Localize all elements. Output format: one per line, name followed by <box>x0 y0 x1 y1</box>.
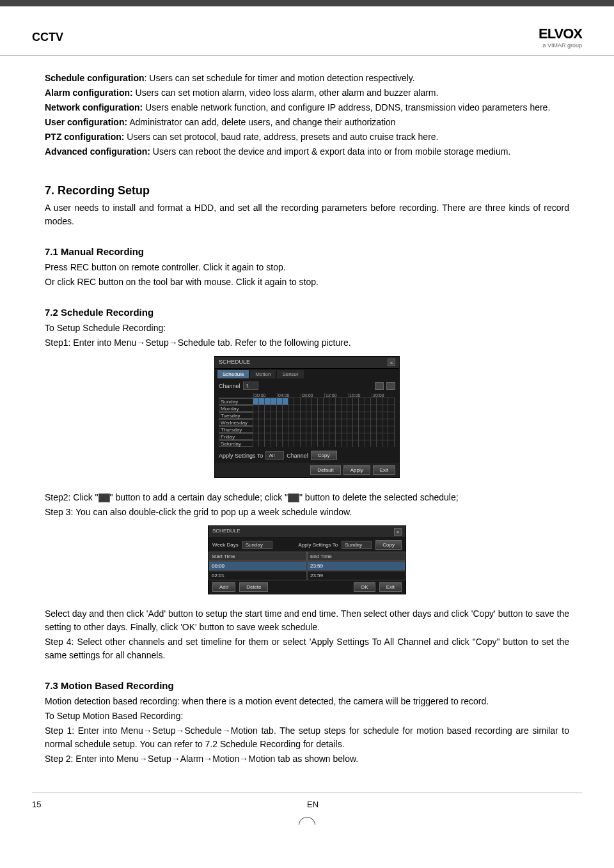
grid-cell[interactable] <box>371 398 377 405</box>
grid-cell[interactable] <box>271 419 277 426</box>
grid-cell[interactable] <box>259 412 265 419</box>
eraser-icon[interactable] <box>386 382 395 390</box>
grid-cell[interactable] <box>271 433 277 440</box>
close-icon[interactable]: × <box>388 359 395 366</box>
grid-cell[interactable] <box>312 405 318 412</box>
grid-cell[interactable] <box>336 398 342 405</box>
grid-cell[interactable] <box>377 433 382 440</box>
grid-cell[interactable] <box>318 433 324 440</box>
grid-cell[interactable] <box>336 440 342 447</box>
grid-cell[interactable] <box>324 433 329 440</box>
grid-cell[interactable] <box>371 426 377 433</box>
grid-cell[interactable] <box>283 398 288 405</box>
grid-cell[interactable] <box>253 419 259 426</box>
grid-cell[interactable] <box>259 419 265 426</box>
tab-schedule[interactable]: Schedule <box>217 370 249 378</box>
grid-row-sunday[interactable]: Sunday <box>219 398 395 405</box>
grid-cell[interactable] <box>306 440 312 447</box>
grid-cell[interactable] <box>265 426 271 433</box>
grid-cell[interactable] <box>365 398 371 405</box>
grid-cell[interactable] <box>265 398 271 405</box>
grid-cell[interactable] <box>377 398 382 405</box>
week-apply-select[interactable]: Sunday <box>342 541 372 549</box>
grid-cell[interactable] <box>294 419 300 426</box>
grid-cell[interactable] <box>318 398 324 405</box>
grid-cell[interactable] <box>329 398 335 405</box>
grid-cell[interactable] <box>359 433 365 440</box>
grid-cell[interactable] <box>365 412 371 419</box>
grid-cell[interactable] <box>277 426 283 433</box>
grid-cell[interactable] <box>288 405 294 412</box>
grid-cell[interactable] <box>301 433 306 440</box>
grid-cell[interactable] <box>271 426 277 433</box>
grid-cell[interactable] <box>265 405 271 412</box>
default-button[interactable]: Default <box>310 465 340 475</box>
weekdays-select[interactable]: Sunday <box>242 541 272 549</box>
grid-cell[interactable] <box>336 419 342 426</box>
grid-cell[interactable] <box>377 405 382 412</box>
grid-cell[interactable] <box>336 433 342 440</box>
grid-cell[interactable] <box>353 440 359 447</box>
grid-cell[interactable] <box>294 412 300 419</box>
grid-cell[interactable] <box>324 412 329 419</box>
grid-cell[interactable] <box>265 419 271 426</box>
grid-cell[interactable] <box>365 419 371 426</box>
grid-cell[interactable] <box>283 405 288 412</box>
grid-cell[interactable] <box>365 433 371 440</box>
grid-cell[interactable] <box>277 433 283 440</box>
tab-sensor[interactable]: Sensor <box>277 370 303 378</box>
grid-row-saturday[interactable]: Saturday <box>219 440 395 447</box>
grid-cell[interactable] <box>253 398 259 405</box>
grid-cell[interactable] <box>306 405 312 412</box>
grid-cell[interactable] <box>265 433 271 440</box>
grid-cell[interactable] <box>388 398 394 405</box>
grid-cell[interactable] <box>301 426 306 433</box>
grid-cell[interactable] <box>288 419 294 426</box>
grid-cell[interactable] <box>301 405 306 412</box>
grid-cell[interactable] <box>301 398 306 405</box>
grid-cell[interactable] <box>253 405 259 412</box>
grid-cell[interactable] <box>318 412 324 419</box>
grid-cell[interactable] <box>347 398 353 405</box>
grid-cell[interactable] <box>271 412 277 419</box>
week-row-1[interactable]: 02:01 23:59 <box>209 571 405 580</box>
grid-cell[interactable] <box>283 412 288 419</box>
grid-row-tuesday[interactable]: Tuesday <box>219 412 395 419</box>
grid-cell[interactable] <box>377 440 382 447</box>
grid-cell[interactable] <box>329 440 335 447</box>
grid-cell[interactable] <box>329 419 335 426</box>
grid-cell[interactable] <box>324 405 329 412</box>
week-copy-button[interactable]: Copy <box>375 540 402 550</box>
grid-cell[interactable] <box>359 412 365 419</box>
grid-cell[interactable] <box>318 440 324 447</box>
grid-cell[interactable] <box>283 440 288 447</box>
grid-cell[interactable] <box>347 419 353 426</box>
grid-cell[interactable] <box>347 440 353 447</box>
grid-cell[interactable] <box>283 419 288 426</box>
grid-cell[interactable] <box>353 433 359 440</box>
grid-cell[interactable] <box>259 433 265 440</box>
grid-cell[interactable] <box>371 405 377 412</box>
channel-select[interactable]: 1 <box>243 382 258 390</box>
grid-cell[interactable] <box>388 426 394 433</box>
exit-button[interactable]: Exit <box>373 465 395 475</box>
grid-cell[interactable] <box>283 426 288 433</box>
grid-cell[interactable] <box>359 440 365 447</box>
grid-cell[interactable] <box>382 419 388 426</box>
grid-cell[interactable] <box>288 433 294 440</box>
grid-cell[interactable] <box>371 440 377 447</box>
grid-cell[interactable] <box>306 412 312 419</box>
grid-cell[interactable] <box>253 440 259 447</box>
close-icon[interactable]: × <box>394 528 402 536</box>
grid-cell[interactable] <box>265 412 271 419</box>
grid-cell[interactable] <box>324 398 329 405</box>
grid-cell[interactable] <box>353 426 359 433</box>
grid-cell[interactable] <box>271 405 277 412</box>
grid-cell[interactable] <box>288 440 294 447</box>
grid-cell[interactable] <box>306 419 312 426</box>
grid-cell[interactable] <box>382 398 388 405</box>
grid-cell[interactable] <box>329 426 335 433</box>
grid-cell[interactable] <box>353 398 359 405</box>
grid-cell[interactable] <box>259 426 265 433</box>
grid-cell[interactable] <box>388 412 394 419</box>
